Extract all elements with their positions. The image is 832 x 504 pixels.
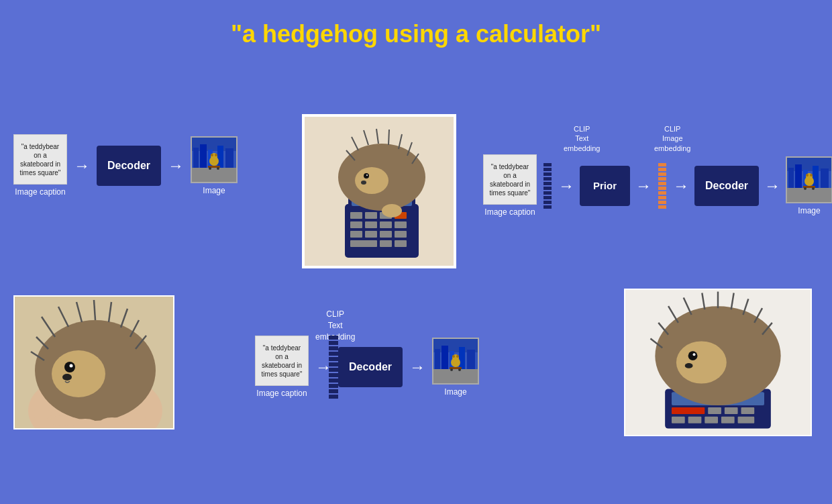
tr-prior-col: Prior <box>580 166 630 206</box>
svg-point-13 <box>209 167 211 170</box>
svg-point-10 <box>211 154 213 156</box>
tr-clip-text-bar <box>543 163 552 209</box>
svg-point-99 <box>812 187 815 190</box>
hedgehog-result-svg <box>625 289 811 436</box>
svg-point-81 <box>456 355 459 358</box>
svg-point-125 <box>693 353 696 356</box>
svg-rect-111 <box>738 417 755 423</box>
tr-arrow-2: → <box>635 178 652 194</box>
svg-point-126 <box>685 363 693 368</box>
svg-rect-106 <box>741 407 755 414</box>
svg-rect-77 <box>433 369 478 383</box>
svg-rect-30 <box>395 231 407 238</box>
top-right-clip-image-label: CLIP Image embedding <box>654 124 690 153</box>
svg-point-98 <box>804 187 807 190</box>
svg-rect-105 <box>725 407 738 414</box>
svg-point-80 <box>452 355 455 358</box>
tr-image-col: Image <box>786 156 832 215</box>
top-pipeline: "a teddybear on a skateboard in times sq… <box>13 134 238 197</box>
svg-rect-28 <box>365 231 377 238</box>
svg-rect-108 <box>688 417 702 423</box>
svg-point-62 <box>64 362 75 372</box>
tr-clip-text-seg-10 <box>543 205 552 209</box>
tr-clip-text-seg-9 <box>543 201 552 204</box>
svg-rect-87 <box>788 168 794 188</box>
top-decoder-box: Decoder <box>97 146 161 186</box>
svg-point-46 <box>361 181 366 185</box>
top-caption-label: Image caption <box>15 187 65 197</box>
svg-point-65 <box>32 409 52 419</box>
svg-rect-29 <box>380 231 392 238</box>
bottom-image-col: Image <box>432 338 479 397</box>
svg-point-44 <box>364 173 369 179</box>
svg-rect-109 <box>705 417 718 423</box>
svg-point-69 <box>125 413 146 424</box>
tr-arrow-4: → <box>764 178 780 194</box>
bottom-decoder-col: Decoder <box>338 347 403 387</box>
bottom-output-image <box>432 338 479 385</box>
bottom-arrow-2: → <box>409 359 425 375</box>
slide-title: "a hedgehog using a calculator" <box>13 20 819 48</box>
top-caption-text: "a teddybear on a skateboard in times sq… <box>19 142 61 177</box>
svg-point-43 <box>355 167 388 194</box>
svg-rect-32 <box>380 240 392 247</box>
svg-rect-5 <box>217 146 223 168</box>
top-right-clip-text-label: CLIP Text embedding <box>564 124 600 153</box>
svg-point-66 <box>50 415 74 426</box>
svg-rect-103 <box>672 407 705 414</box>
svg-rect-72 <box>435 349 440 369</box>
tr-clip-img-seg-8 <box>658 196 666 199</box>
top-decoder-col: Decoder <box>97 146 161 186</box>
tr-teddybear-svg <box>787 158 831 202</box>
svg-rect-20 <box>365 212 377 219</box>
top-image-col: Image <box>191 136 238 195</box>
tr-clip-text-seg-3 <box>543 172 552 176</box>
svg-point-64 <box>62 374 72 381</box>
svg-rect-92 <box>787 188 831 202</box>
svg-point-14 <box>217 167 219 170</box>
svg-point-61 <box>52 350 105 397</box>
svg-line-38 <box>388 130 389 145</box>
svg-rect-110 <box>721 417 735 423</box>
svg-point-67 <box>73 419 97 430</box>
svg-rect-76 <box>467 350 475 369</box>
tr-arrow-3: → <box>673 178 689 194</box>
tr-clip-img-seg-3 <box>658 172 666 176</box>
tr-clip-img-seg-10 <box>658 205 666 209</box>
bottom-image-label: Image <box>444 387 466 397</box>
tr-clip-img-seg-5 <box>658 182 666 185</box>
teddybear-skateboard-svg <box>192 138 236 182</box>
bottom-caption-label: Image caption <box>256 389 307 398</box>
slide: "a hedgehog using a calculator" "a teddy… <box>0 0 832 504</box>
svg-rect-73 <box>441 346 448 369</box>
svg-rect-3 <box>200 144 207 168</box>
tr-caption-col: "a teddybear on a skateboard in times sq… <box>483 154 537 217</box>
tr-clip-img-seg-9 <box>658 201 666 204</box>
bottom-center-pipeline: "a teddybear on a skateboard in times sq… <box>255 336 479 398</box>
bottom-caption-box: "a teddybear on a skateboard in times sq… <box>255 336 309 386</box>
svg-rect-90 <box>813 166 819 188</box>
svg-rect-33 <box>395 240 407 247</box>
bottom-teddybear-svg <box>433 339 478 383</box>
svg-point-45 <box>366 174 368 176</box>
tr-clip-text-seg-7 <box>543 191 552 195</box>
svg-rect-19 <box>350 212 362 219</box>
tr-clip-image-bar <box>658 163 666 209</box>
bottom-right-hedgehog-image <box>624 289 812 436</box>
svg-point-68 <box>100 417 124 428</box>
svg-rect-23 <box>350 221 362 228</box>
tr-clip-text-seg-6 <box>543 187 552 190</box>
svg-point-95 <box>806 174 809 177</box>
tr-caption-text: "a teddybear on a skateboard in times sq… <box>489 162 531 197</box>
bottom-caption-text: "a teddybear on a skateboard in times sq… <box>261 344 303 379</box>
svg-point-84 <box>458 368 461 371</box>
tr-clip-img-seg-7 <box>658 191 666 195</box>
bottom-decoder-box: Decoder <box>338 347 403 387</box>
tr-clip-text-seg-1 <box>543 163 552 166</box>
tr-clip-text-seg-5 <box>543 182 552 185</box>
bottom-caption-col: "a teddybear on a skateboard in times sq… <box>255 336 309 398</box>
bottom-left-hedgehog-image <box>13 295 174 430</box>
svg-rect-104 <box>708 407 721 414</box>
svg-rect-31 <box>350 240 377 247</box>
svg-rect-27 <box>350 231 362 238</box>
